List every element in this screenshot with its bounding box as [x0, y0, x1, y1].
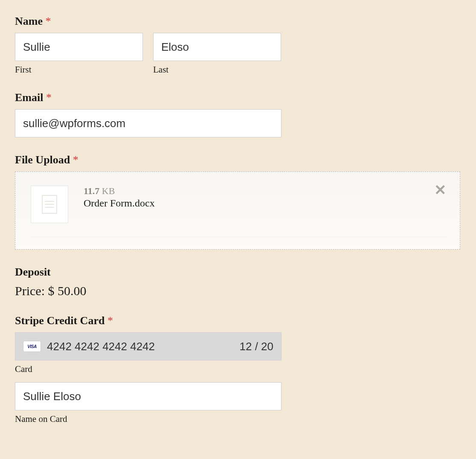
- credit-card-field: Stripe Credit Card * VISA 4242 4242 4242…: [15, 314, 461, 424]
- required-asterisk: *: [45, 15, 51, 27]
- spacer: [15, 375, 461, 382]
- file-upload-dropzone[interactable]: 11.7 KB Order Form.docx ✕: [15, 171, 460, 250]
- remove-file-button[interactable]: ✕: [434, 183, 446, 198]
- email-label-text: Email: [15, 91, 43, 104]
- card-number: 4242 4242 4242 4242: [47, 340, 233, 353]
- credit-card-input[interactable]: VISA 4242 4242 4242 4242 12 / 20: [15, 332, 282, 360]
- name-field: Name * First Last: [15, 15, 461, 75]
- name-on-card-input[interactable]: [15, 382, 282, 410]
- required-asterisk: *: [46, 91, 52, 104]
- visa-icon: VISA: [23, 341, 41, 352]
- document-icon: [42, 195, 57, 214]
- email-label: Email *: [15, 91, 461, 104]
- name-label: Name *: [15, 15, 461, 28]
- file-size: 11.7 KB: [84, 186, 448, 197]
- credit-card-label-text: Stripe Credit Card: [15, 314, 104, 327]
- card-sublabel: Card: [15, 364, 461, 375]
- required-asterisk: *: [73, 154, 78, 166]
- file-meta: 11.7 KB Order Form.docx: [84, 186, 448, 209]
- deposit-field: Deposit Price: $ 50.00: [15, 266, 461, 298]
- deposit-price: Price: $ 50.00: [15, 284, 461, 298]
- close-icon: ✕: [434, 182, 446, 198]
- last-name-sublabel: Last: [153, 64, 281, 75]
- last-name-input[interactable]: [153, 33, 281, 61]
- file-upload-label-text: File Upload: [15, 154, 70, 166]
- file-thumbnail: [31, 186, 68, 223]
- required-asterisk: *: [107, 314, 113, 327]
- last-name-col: Last: [153, 33, 281, 75]
- credit-card-label: Stripe Credit Card *: [15, 314, 461, 327]
- first-name-sublabel: First: [15, 64, 143, 75]
- file-name: Order Form.docx: [84, 198, 448, 209]
- name-on-card-sublabel: Name on Card: [15, 414, 461, 424]
- email-input[interactable]: [15, 109, 282, 137]
- first-name-input[interactable]: [15, 33, 143, 61]
- file-size-number: 11.7: [84, 186, 99, 196]
- uploaded-file-row: 11.7 KB Order Form.docx ✕: [31, 186, 448, 237]
- name-row: First Last: [15, 33, 461, 75]
- file-size-unit: KB: [102, 186, 115, 196]
- email-field: Email *: [15, 91, 461, 137]
- name-label-text: Name: [15, 15, 43, 27]
- file-upload-field: File Upload * 11.7 KB Order Form.docx ✕: [15, 154, 461, 250]
- first-name-col: First: [15, 33, 143, 75]
- card-expiry: 12 / 20: [239, 340, 273, 353]
- doc-icon-line: [45, 204, 54, 205]
- deposit-label: Deposit: [15, 266, 461, 279]
- file-upload-label: File Upload *: [15, 154, 461, 166]
